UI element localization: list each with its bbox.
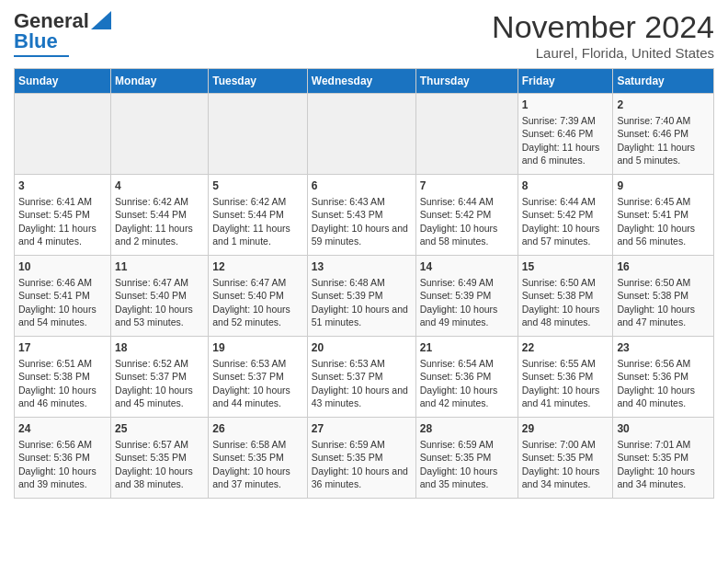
daylight-text: Daylight: 10 hours and 42 minutes. <box>420 385 498 408</box>
day-number: 29 <box>522 421 609 436</box>
day-number: 6 <box>312 178 412 193</box>
sunset-text: Sunset: 5:35 PM <box>115 452 187 463</box>
daylight-text: Daylight: 10 hours and 51 minutes. <box>312 304 408 327</box>
day-cell: 20Sunrise: 6:53 AMSunset: 5:37 PMDayligh… <box>307 337 415 418</box>
sunset-text: Sunset: 5:37 PM <box>312 371 383 382</box>
sunset-text: Sunset: 5:36 PM <box>522 371 594 382</box>
sunrise-text: Sunrise: 6:41 AM <box>18 196 92 207</box>
sunrise-text: Sunrise: 6:57 AM <box>115 439 188 450</box>
logo-triangle-icon <box>91 11 111 29</box>
daylight-text: Daylight: 10 hours and 56 minutes. <box>617 223 695 247</box>
daylight-text: Daylight: 10 hours and 47 minutes. <box>617 304 695 327</box>
day-number: 26 <box>212 421 303 436</box>
daylight-text: Daylight: 10 hours and 35 minutes. <box>420 465 498 489</box>
sunrise-text: Sunrise: 7:01 AM <box>617 439 690 450</box>
week-row-5: 24Sunrise: 6:56 AMSunset: 5:36 PMDayligh… <box>15 418 714 499</box>
day-number: 23 <box>617 340 710 355</box>
sunrise-text: Sunrise: 6:59 AM <box>312 439 385 450</box>
header-row: Sunday Monday Tuesday Wednesday Thursday… <box>15 69 714 94</box>
sunrise-text: Sunrise: 6:47 AM <box>115 277 188 288</box>
daylight-text: Daylight: 11 hours and 5 minutes. <box>617 142 695 166</box>
day-number: 13 <box>312 259 412 274</box>
day-number: 12 <box>212 259 303 274</box>
day-cell: 1Sunrise: 7:39 AMSunset: 6:46 PMDaylight… <box>518 94 613 175</box>
sunrise-text: Sunrise: 6:51 AM <box>18 358 92 369</box>
sunset-text: Sunset: 5:35 PM <box>522 452 594 463</box>
sunrise-text: Sunrise: 6:56 AM <box>18 439 92 450</box>
day-number: 30 <box>617 421 710 436</box>
col-saturday: Saturday <box>613 69 714 94</box>
sunrise-text: Sunrise: 6:42 AM <box>115 196 188 207</box>
day-number: 28 <box>420 421 514 436</box>
header: General Blue November 2024 Laurel, Flori… <box>14 9 714 61</box>
daylight-text: Daylight: 10 hours and 45 minutes. <box>115 385 193 408</box>
day-cell: 23Sunrise: 6:56 AMSunset: 5:36 PMDayligh… <box>613 337 714 418</box>
sunset-text: Sunset: 5:37 PM <box>212 371 284 382</box>
svg-marker-0 <box>91 11 111 29</box>
daylight-text: Daylight: 10 hours and 39 minutes. <box>18 465 97 489</box>
daylight-text: Daylight: 11 hours and 4 minutes. <box>18 223 97 247</box>
calendar-container: General Blue November 2024 Laurel, Flori… <box>0 0 728 508</box>
day-cell: 22Sunrise: 6:55 AMSunset: 5:36 PMDayligh… <box>518 337 613 418</box>
sunset-text: Sunset: 5:38 PM <box>617 290 688 301</box>
sunset-text: Sunset: 5:43 PM <box>312 209 383 220</box>
day-number: 16 <box>617 259 710 274</box>
day-number: 8 <box>522 178 609 193</box>
week-row-1: 1Sunrise: 7:39 AMSunset: 6:46 PMDaylight… <box>15 94 714 175</box>
sunrise-text: Sunrise: 6:55 AM <box>522 358 596 369</box>
day-cell: 5Sunrise: 6:42 AMSunset: 5:44 PMDaylight… <box>209 175 308 256</box>
day-cell: 17Sunrise: 6:51 AMSunset: 5:38 PMDayligh… <box>15 337 111 418</box>
day-cell: 13Sunrise: 6:48 AMSunset: 5:39 PMDayligh… <box>307 256 415 337</box>
col-friday: Friday <box>518 69 613 94</box>
day-cell: 25Sunrise: 6:57 AMSunset: 5:35 PMDayligh… <box>111 418 209 499</box>
day-number: 21 <box>420 340 514 355</box>
day-cell <box>415 94 518 175</box>
sunrise-text: Sunrise: 6:49 AM <box>420 277 494 288</box>
sunset-text: Sunset: 6:46 PM <box>617 128 688 139</box>
sunset-text: Sunset: 5:36 PM <box>617 371 688 382</box>
day-cell: 4Sunrise: 6:42 AMSunset: 5:44 PMDaylight… <box>111 175 209 256</box>
sunrise-text: Sunrise: 6:53 AM <box>212 358 286 369</box>
sunset-text: Sunset: 5:44 PM <box>212 209 284 220</box>
daylight-text: Daylight: 10 hours and 40 minutes. <box>617 385 695 408</box>
daylight-text: Daylight: 11 hours and 1 minute. <box>212 223 290 247</box>
sunrise-text: Sunrise: 6:50 AM <box>617 277 690 288</box>
col-tuesday: Tuesday <box>209 69 308 94</box>
sunset-text: Sunset: 5:40 PM <box>212 290 284 301</box>
day-number: 10 <box>18 259 107 274</box>
sunset-text: Sunset: 5:38 PM <box>18 371 90 382</box>
day-cell: 7Sunrise: 6:44 AMSunset: 5:42 PMDaylight… <box>415 175 518 256</box>
sunset-text: Sunset: 5:42 PM <box>522 209 594 220</box>
sunset-text: Sunset: 5:45 PM <box>18 209 90 220</box>
sunset-text: Sunset: 5:41 PM <box>617 209 688 220</box>
day-cell: 16Sunrise: 6:50 AMSunset: 5:38 PMDayligh… <box>613 256 714 337</box>
calendar-body: 1Sunrise: 7:39 AMSunset: 6:46 PMDaylight… <box>15 94 714 499</box>
sunrise-text: Sunrise: 7:40 AM <box>617 115 690 126</box>
sunset-text: Sunset: 6:46 PM <box>522 128 594 139</box>
day-number: 25 <box>115 421 204 436</box>
day-number: 5 <box>212 178 303 193</box>
daylight-text: Daylight: 10 hours and 38 minutes. <box>115 465 193 489</box>
day-number: 17 <box>18 340 107 355</box>
day-cell: 19Sunrise: 6:53 AMSunset: 5:37 PMDayligh… <box>209 337 308 418</box>
sunrise-text: Sunrise: 6:53 AM <box>312 358 385 369</box>
day-cell: 10Sunrise: 6:46 AMSunset: 5:41 PMDayligh… <box>15 256 111 337</box>
sunset-text: Sunset: 5:35 PM <box>312 452 383 463</box>
day-number: 20 <box>312 340 412 355</box>
day-number: 2 <box>617 98 710 112</box>
day-number: 11 <box>115 259 204 274</box>
sunrise-text: Sunrise: 7:39 AM <box>522 115 596 126</box>
day-cell: 15Sunrise: 6:50 AMSunset: 5:38 PMDayligh… <box>518 256 613 337</box>
logo: General Blue <box>14 9 111 57</box>
sunset-text: Sunset: 5:39 PM <box>420 290 492 301</box>
day-number: 27 <box>312 421 412 436</box>
daylight-text: Daylight: 10 hours and 43 minutes. <box>312 385 408 408</box>
sunset-text: Sunset: 5:37 PM <box>115 371 187 382</box>
daylight-text: Daylight: 10 hours and 59 minutes. <box>312 223 408 247</box>
sunset-text: Sunset: 5:41 PM <box>18 290 90 301</box>
sunrise-text: Sunrise: 6:56 AM <box>617 358 690 369</box>
sunrise-text: Sunrise: 6:54 AM <box>420 358 494 369</box>
day-cell: 26Sunrise: 6:58 AMSunset: 5:35 PMDayligh… <box>209 418 308 499</box>
sunrise-text: Sunrise: 6:50 AM <box>522 277 596 288</box>
sunrise-text: Sunrise: 6:47 AM <box>212 277 286 288</box>
